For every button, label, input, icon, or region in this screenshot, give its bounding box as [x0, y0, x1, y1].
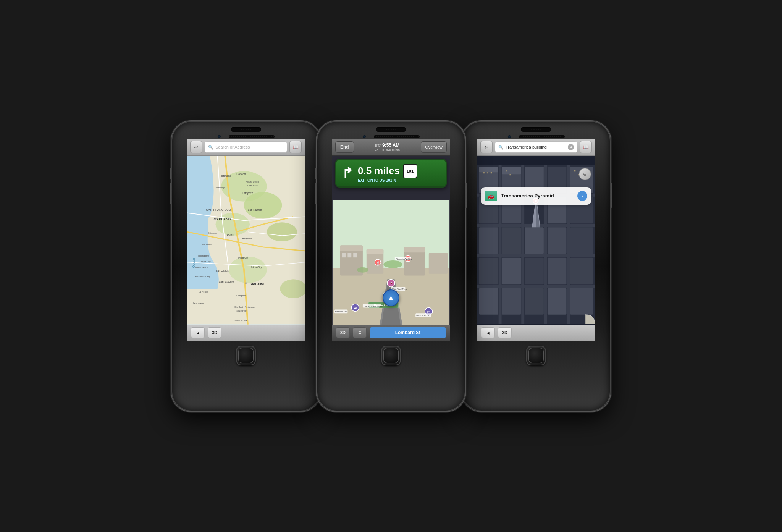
phones-container: •••• 3G 9:41 AM ◂ ✦ ▐▌ ↩ 🔍 Search or Add… — [171, 121, 611, 411]
compass-button-3[interactable]: ⊕ — [579, 168, 591, 180]
nav-screen: •••• 3G 9:41 AM ◂ ✦ ▐▌ End ETA 9:55 AM 1… — [332, 139, 450, 341]
threed-button-3[interactable]: 3D — [498, 327, 512, 338]
svg-rect-104 — [502, 257, 521, 284]
search-bar-1[interactable]: 🔍 Search or Address — [205, 141, 287, 153]
compass-icon: ▲ — [388, 294, 394, 302]
map3d-bottom-bar: ◂ 3D — [477, 325, 595, 341]
home-button-3[interactable] — [526, 346, 546, 365]
svg-text:State Park: State Park — [236, 309, 247, 312]
side-button-right-2 — [465, 183, 467, 208]
speaker-top-3 — [521, 127, 551, 132]
svg-text:Pizzeria Avellino: Pizzeria Avellino — [396, 258, 413, 260]
svg-text:SAN JOSE: SAN JOSE — [250, 282, 265, 286]
eta-details: 14 min 6.5 miles — [356, 148, 418, 152]
svg-text:Campbell: Campbell — [236, 294, 246, 297]
svg-rect-49 — [429, 253, 448, 273]
location-icon-3: ◂ — [487, 330, 490, 336]
overview-button[interactable]: Overview — [421, 141, 447, 153]
volume-up-button-2[interactable] — [315, 168, 317, 179]
power-button-3[interactable] — [610, 183, 612, 208]
volume-down-button-2[interactable] — [315, 183, 317, 204]
iphone-top-3 — [462, 122, 610, 139]
threed-label-3: 3D — [502, 330, 507, 335]
poi-arrow-button[interactable]: › — [577, 191, 587, 201]
map-toolbar-1: ↩ 🔍 Search or Address 📖 — [187, 139, 305, 156]
location-button-3[interactable]: ◂ — [481, 327, 495, 338]
nav-bottom-bar: 3D ≡ Lombard St — [332, 325, 450, 341]
front-camera-3 — [507, 135, 511, 139]
svg-text:Dublin: Dublin — [227, 233, 234, 236]
nav-sign-text: 0.5 miles 101 EXIT ONTO US-101 N — [358, 164, 417, 183]
threed-label-1: 3D — [212, 330, 217, 335]
home-button-2[interactable] — [381, 346, 401, 365]
location-icon-1: ◂ — [197, 330, 199, 336]
svg-rect-98 — [479, 227, 498, 254]
home-button-1[interactable] — [236, 346, 256, 365]
map-area-1[interactable]: OAKLAND SAN FRANCISCO Richmond Concord L… — [187, 156, 305, 325]
svg-text:🍷: 🍷 — [389, 281, 393, 285]
camera-area-3 — [507, 135, 565, 139]
nav-distance: 0.5 miles — [358, 165, 400, 177]
bookmarks-button-3[interactable]: 📖 — [580, 141, 592, 153]
svg-rect-101 — [548, 227, 567, 254]
svg-rect-48 — [404, 247, 425, 252]
home-button-inner-3 — [528, 348, 544, 363]
highway-badge: 101 — [403, 164, 417, 178]
svg-rect-117 — [491, 172, 492, 173]
svg-rect-100 — [525, 227, 544, 254]
svg-text:Berkeley: Berkeley — [216, 186, 225, 188]
list-button-2[interactable]: ≡ — [353, 327, 367, 338]
svg-rect-103 — [479, 257, 498, 284]
camera-area-1 — [217, 135, 275, 139]
map3d-toolbar: ↩ 🔍 Transamerica building ✕ 📖 — [477, 139, 595, 156]
svg-point-5 — [229, 256, 267, 283]
map3d-view[interactable]: ⊕ 🚗 Transamerica Pyramid... › — [477, 164, 595, 325]
side-button-right-3 — [610, 183, 612, 208]
svg-point-37 — [245, 282, 247, 284]
nav-compass-button[interactable]: ▲ — [383, 289, 399, 306]
svg-rect-107 — [570, 257, 593, 284]
end-button[interactable]: End — [335, 141, 354, 153]
earpiece-1 — [229, 135, 275, 138]
svg-rect-110 — [525, 288, 544, 315]
back-button-3[interactable]: ↩ — [480, 141, 493, 153]
search-bar-3[interactable]: 🔍 Transamerica building ✕ — [495, 141, 577, 153]
svg-text:🛏: 🛏 — [354, 306, 357, 310]
svg-text:State Park: State Park — [247, 184, 258, 186]
volume-down-button-1[interactable] — [170, 183, 172, 204]
svg-text:Mount Diablo: Mount Diablo — [246, 180, 260, 183]
svg-point-4 — [267, 222, 297, 241]
search-clear-button[interactable]: ✕ — [568, 144, 574, 150]
iphone-top-2 — [317, 122, 465, 139]
threed-button-2[interactable]: 3D — [336, 327, 350, 338]
nav-sign: ↱ 0.5 miles 101 EXIT ONTO US-101 N — [335, 159, 447, 188]
volume-up-button-1[interactable] — [170, 168, 172, 179]
eta-label: ETA 9:55 AM — [356, 142, 418, 148]
location-button-1[interactable]: ◂ — [191, 327, 205, 338]
bookmarks-button-1[interactable]: 📖 — [289, 141, 302, 153]
threed-button-1[interactable]: 3D — [208, 327, 221, 338]
svg-text:Pescadero: Pescadero — [193, 302, 204, 304]
poi-card[interactable]: 🚗 Transamerica Pyramid... › — [481, 187, 591, 205]
eta-time: 9:55 AM — [382, 142, 400, 148]
power-button-2[interactable] — [465, 183, 467, 208]
back-button-1[interactable]: ↩ — [190, 141, 202, 153]
svg-text:Fremont: Fremont — [238, 256, 248, 259]
street-label[interactable]: Lombard St — [370, 327, 446, 338]
car-icon: 🚗 — [488, 192, 495, 199]
camera-area-2 — [362, 135, 420, 139]
svg-text:Hayward: Hayward — [242, 237, 253, 240]
svg-text:Boulder Creek: Boulder Creek — [233, 319, 247, 321]
svg-text:San Carlos: San Carlos — [216, 269, 229, 272]
speaker-top-2 — [376, 127, 406, 132]
svg-text:🍴: 🍴 — [376, 260, 380, 264]
svg-rect-112 — [570, 288, 593, 315]
screen-2: •••• 3G 9:41 AM ◂ ✦ ▐▌ End ETA 9:55 AM 1… — [332, 139, 450, 341]
svg-text:Lafayette: Lafayette — [242, 191, 253, 194]
poi-name: Transamerica Pyramid... — [501, 193, 574, 199]
screen-3: •••• 3G 9:41 AM ◂ ✦ ▐▌ ↩ 🔍 Transamerica … — [477, 139, 595, 341]
svg-text:La Luna Inn: La Luna Inn — [335, 310, 347, 313]
speaker-top-1 — [231, 127, 261, 132]
nav-3d-view[interactable]: 🍴 🍴 101 Broderick St 🛏 🛏 — [332, 200, 450, 325]
svg-text:La Honda: La Honda — [199, 291, 209, 293]
